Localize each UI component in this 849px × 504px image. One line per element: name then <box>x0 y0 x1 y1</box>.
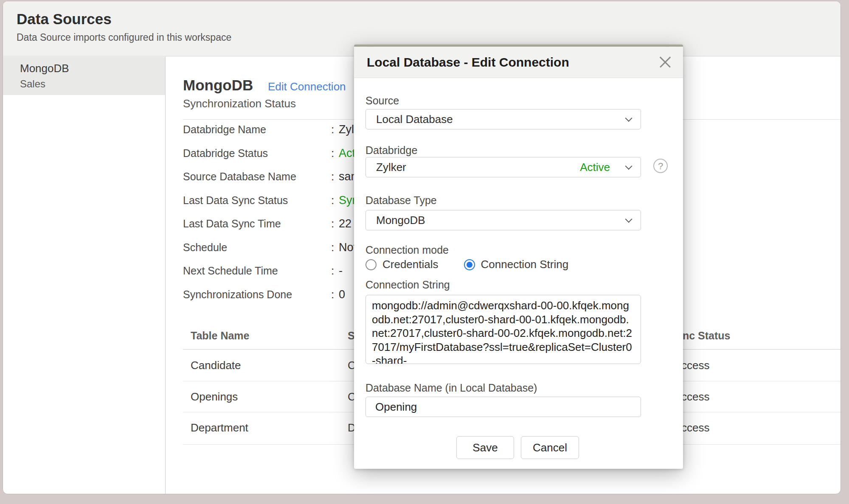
edit-connection-link[interactable]: Edit Connection <box>268 80 346 93</box>
sidebar-item-name: MongoDB <box>20 62 69 75</box>
databridge-status-badge: Active <box>580 161 610 174</box>
database-name-label: Database Name (in Local Database) <box>365 382 537 394</box>
sidebar-item-mongodb[interactable]: MongoDB Sales <box>3 57 165 95</box>
table-header-sync-status: nc Status <box>683 330 731 342</box>
database-type-label: Database Type <box>365 194 437 207</box>
databridge-select[interactable]: Zylker Active <box>365 157 641 177</box>
detail-label: Synchronizations Done <box>183 288 331 301</box>
table-header-name: Table Name <box>191 330 249 342</box>
connection-string-label: Connection String <box>365 279 450 291</box>
radio-connection-string-icon[interactable] <box>464 259 475 270</box>
connection-string-textarea[interactable]: mongodb://admin@cdwerqxshard-00-00.kfqek… <box>365 295 641 364</box>
table-cell-status: ccess <box>681 421 709 434</box>
databridge-label: Databridge <box>365 144 417 157</box>
detail-colon: : <box>331 217 339 230</box>
radio-connection-string-label[interactable]: Connection String <box>481 258 569 271</box>
detail-label: Last Data Sync Status <box>183 194 331 207</box>
page-title: Data Sources <box>17 11 112 28</box>
chevron-down-icon <box>625 162 633 170</box>
detail-label: Databridge Status <box>183 147 331 160</box>
detail-label: Schedule <box>183 241 331 254</box>
modal-titlebar: Local Database - Edit Connection <box>354 47 683 78</box>
modal-title: Local Database - Edit Connection <box>367 47 569 78</box>
detail-colon: : <box>331 147 339 160</box>
datasource-heading: MongoDB <box>183 77 253 94</box>
detail-label: Databridge Name <box>183 123 331 136</box>
edit-connection-modal: Local Database - Edit Connection Source … <box>354 45 683 469</box>
radio-credentials-icon[interactable] <box>365 259 377 270</box>
radio-credentials-label[interactable]: Credentials <box>382 258 439 271</box>
detail-colon: : <box>331 194 339 207</box>
connection-mode-label: Connection mode <box>365 244 449 256</box>
databridge-select-value: Zylker <box>376 161 406 174</box>
detail-colon: : <box>331 264 339 277</box>
detail-value: Act <box>339 147 355 160</box>
chevron-down-icon <box>625 115 633 122</box>
connection-mode-options: Credentials Connection String <box>365 258 568 271</box>
table-cell-status: ccess <box>681 359 709 372</box>
chevron-down-icon <box>625 216 633 223</box>
source-select-value: Local Database <box>376 113 453 126</box>
help-icon[interactable]: ? <box>653 159 668 173</box>
detail-colon: : <box>331 170 339 183</box>
table-cell-status: ccess <box>681 390 709 403</box>
table-cell-name: Department <box>191 421 248 434</box>
database-type-select[interactable]: MongoDB <box>365 210 641 230</box>
close-icon[interactable] <box>657 54 674 71</box>
save-button[interactable]: Save <box>456 436 514 459</box>
database-type-select-value: MongoDB <box>376 214 425 227</box>
source-select[interactable]: Local Database <box>365 109 641 129</box>
detail-label: Last Data Sync Time <box>183 217 331 230</box>
detail-value: - <box>339 264 343 277</box>
detail-value: 0 <box>339 288 345 301</box>
source-label: Source <box>365 95 399 107</box>
table-cell-name: Openings <box>191 390 238 403</box>
sync-status-section-title: Synchronization Status <box>183 97 296 110</box>
detail-colon: : <box>331 241 339 254</box>
detail-colon: : <box>331 123 339 136</box>
table-cell-name: Candidate <box>191 359 241 372</box>
database-name-input[interactable] <box>365 397 641 417</box>
page-subtitle: Data Source imports configured in this w… <box>17 32 231 43</box>
detail-value: Zyl <box>339 123 354 136</box>
sidebar-item-workspace: Sales <box>20 78 45 90</box>
detail-label: Next Schedule Time <box>183 264 331 277</box>
sidebar-divider <box>165 57 166 494</box>
detail-label: Source Database Name <box>183 170 331 183</box>
detail-colon: : <box>331 288 339 301</box>
cancel-button[interactable]: Cancel <box>521 436 579 459</box>
screen: Data Sources Data Source imports configu… <box>0 0 849 504</box>
